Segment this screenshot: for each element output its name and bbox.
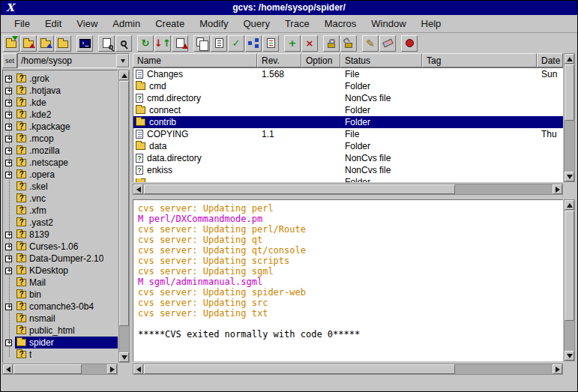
tree-item-hit-area[interactable]: Mail — [15, 277, 118, 289]
tree-expander-icon[interactable] — [5, 232, 12, 238]
file-list[interactable]: Changes 1.568 File Sun cmd Folder — [133, 67, 563, 182]
tree-expander-icon[interactable] — [5, 268, 12, 274]
scroll-down-button[interactable] — [565, 351, 574, 361]
combo-dropdown-button[interactable] — [116, 54, 129, 67]
menu-item[interactable]: Query — [236, 15, 277, 32]
tree-item-hit-area[interactable]: .grok — [15, 73, 118, 85]
tree-item[interactable]: .grok — [3, 73, 118, 85]
titlebar[interactable]: X gcvs: /home/sysop/spider/ — [1, 1, 577, 15]
tree-item-hit-area[interactable]: .xfm — [15, 205, 118, 217]
scroll-up-button[interactable] — [565, 200, 574, 210]
column-header[interactable]: Date — [537, 53, 563, 67]
tree-expander-icon[interactable] — [5, 244, 12, 250]
scroll-thumb[interactable] — [119, 81, 129, 326]
toolbar-checkout-button[interactable] — [20, 35, 37, 52]
scroll-trough[interactable] — [119, 80, 129, 352]
file-list-vertical-scrollbar[interactable] — [564, 53, 575, 182]
scroll-trough[interactable] — [565, 210, 574, 351]
file-row[interactable]: data Folder — [133, 140, 563, 152]
toolbar-status-button[interactable]: ✓ — [228, 35, 244, 52]
tree-item[interactable]: spider — [3, 337, 118, 349]
menu-item[interactable]: Modify — [192, 15, 235, 32]
tree-item-hit-area[interactable]: nsmail — [15, 313, 118, 325]
file-list-horizontal-scrollbar[interactable] — [133, 184, 563, 195]
tree-item[interactable]: public_html — [3, 325, 118, 337]
tree-item[interactable]: comanche3-0b4 — [3, 301, 118, 313]
tree-expander-icon[interactable] — [5, 136, 12, 142]
toolbar-commit-button[interactable] — [172, 35, 188, 52]
menu-item[interactable]: Macros — [317, 15, 364, 32]
tree-item[interactable]: Data-Dumper-2.10 — [3, 253, 118, 265]
tree-item-hit-area[interactable]: .yast2 — [15, 217, 118, 229]
toolbar-explore-button[interactable] — [98, 35, 115, 52]
toolbar-remove-button[interactable]: × — [301, 35, 318, 52]
tree-expander-icon[interactable] — [5, 340, 12, 346]
console-vertical-scrollbar[interactable] — [564, 199, 575, 361]
tree-item-hit-area[interactable]: .kpackage — [15, 121, 118, 133]
tree-item-hit-area[interactable]: .mcop — [15, 133, 118, 145]
tree-item[interactable]: .skel — [3, 181, 118, 193]
column-header[interactable]: Rev. — [257, 53, 301, 67]
scroll-thumb[interactable] — [144, 184, 455, 194]
tree-item-hit-area[interactable]: .netscape — [15, 157, 118, 169]
scroll-left-button[interactable] — [133, 184, 143, 194]
tree-expander-icon[interactable] — [5, 172, 12, 178]
scroll-trough[interactable] — [13, 364, 107, 374]
tree-expander-icon[interactable] — [5, 256, 12, 262]
menu-item[interactable]: Trace — [277, 15, 317, 32]
tree-item-hit-area[interactable]: bin — [15, 289, 118, 301]
file-row[interactable]: Changes 1.568 File Sun — [133, 68, 563, 80]
scroll-thumb[interactable] — [13, 364, 82, 374]
path-combobox[interactable]: /home/sysop — [17, 53, 130, 68]
scroll-trough[interactable] — [143, 364, 553, 374]
toolbar-command-line-button[interactable] — [76, 35, 93, 52]
scroll-right-button[interactable] — [107, 364, 117, 374]
tree-expander-icon[interactable] — [5, 124, 12, 130]
file-row[interactable]: data.directory NonCvs file — [133, 152, 563, 164]
file-row[interactable]: connect Folder — [133, 104, 563, 116]
column-header[interactable]: Option — [301, 53, 340, 67]
tree-item[interactable]: .mozilla — [3, 145, 118, 157]
toolbar-diff-button[interactable] — [193, 35, 210, 52]
tree-expander-icon[interactable] — [5, 112, 12, 118]
scroll-right-button[interactable] — [553, 184, 562, 194]
scroll-down-button[interactable] — [565, 172, 574, 181]
toolbar-import-button[interactable] — [37, 35, 54, 52]
scroll-thumb[interactable] — [565, 64, 574, 121]
menu-item[interactable]: View — [69, 15, 105, 32]
scroll-thumb[interactable] — [565, 211, 574, 321]
tree-item[interactable]: KDesktop — [3, 265, 118, 277]
tree-item-hit-area[interactable]: KDesktop — [15, 265, 118, 277]
console-horizontal-scrollbar[interactable] — [133, 364, 563, 375]
file-row[interactable]: cmd.directory NonCvs file — [133, 92, 563, 104]
toolbar-annotate-button[interactable] — [262, 35, 279, 52]
tree-item-hit-area[interactable]: .hotjava — [15, 85, 118, 97]
column-header[interactable]: Tag — [422, 53, 537, 67]
tree-item-hit-area[interactable]: spider — [15, 337, 118, 349]
tree-item[interactable]: .netscape — [3, 157, 118, 169]
toolbar-browse-button[interactable] — [55, 35, 71, 52]
tree-item[interactable]: .hotjava — [3, 85, 118, 97]
menu-item[interactable]: Edit — [37, 15, 69, 32]
tree-vertical-scrollbar[interactable] — [118, 70, 130, 363]
tree-item[interactable]: .kde — [3, 97, 118, 109]
file-row[interactable]: enkiss NonCvs file — [133, 164, 563, 176]
menu-item[interactable]: Help — [414, 15, 449, 32]
tree-item-hit-area[interactable]: public_html — [15, 325, 118, 337]
scroll-trough[interactable] — [143, 184, 553, 194]
scroll-right-button[interactable] — [553, 364, 562, 374]
toolbar-graph-button[interactable] — [245, 35, 262, 52]
tree-item[interactable]: .xfm — [3, 205, 118, 217]
tree-item-hit-area[interactable]: Curses-1.06 — [15, 241, 118, 253]
scroll-trough[interactable] — [565, 64, 574, 172]
column-header[interactable]: Name — [133, 53, 257, 67]
file-row[interactable]: COPYING 1.1 File Thu — [133, 128, 563, 140]
file-row[interactable]: cmd Folder — [133, 80, 563, 92]
toolbar-open-sandbox-button[interactable] — [3, 35, 19, 52]
tree-item[interactable]: .mcop — [3, 133, 118, 145]
toolbar-edit-button[interactable]: ✎ — [362, 35, 379, 52]
scroll-up-button[interactable] — [565, 54, 574, 64]
tree-item[interactable]: 8139 — [3, 229, 118, 241]
toolbar-search-button[interactable] — [115, 35, 132, 52]
toolbar-refresh-button[interactable]: ↻ — [137, 35, 154, 52]
